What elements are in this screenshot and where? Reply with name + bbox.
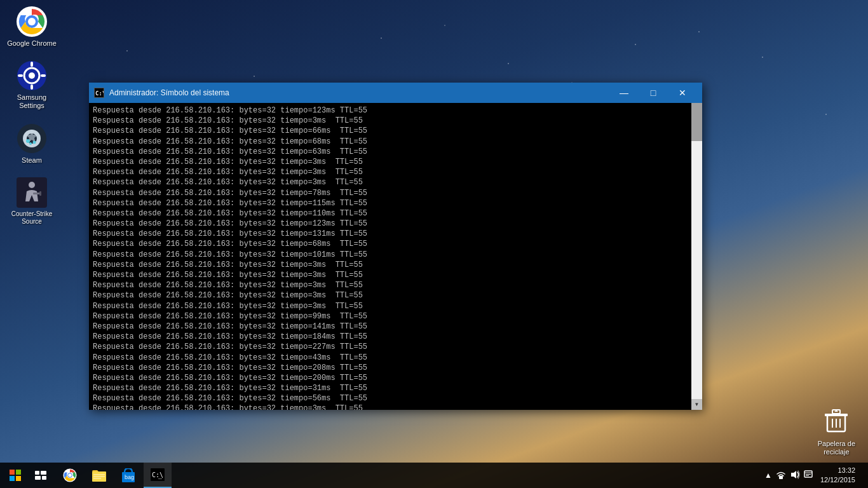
taskbar-cmd[interactable]: C:\ _ xyxy=(144,463,172,488)
cmd-line: Respuesta desde 216.58.210.163: bytes=32… xyxy=(93,322,688,332)
chrome-label: Google Chrome xyxy=(7,39,57,48)
network-icon[interactable] xyxy=(776,470,786,481)
cmd-line: Respuesta desde 216.58.210.163: bytes=32… xyxy=(93,363,688,373)
notification-icon[interactable] xyxy=(804,470,813,481)
scrollbar-track[interactable] xyxy=(691,114,702,410)
cmd-title-icon: C:\ xyxy=(94,88,104,98)
svg-rect-36 xyxy=(42,476,46,480)
cmd-line: Respuesta desde 216.58.210.163: bytes=32… xyxy=(93,270,688,280)
start-button[interactable] xyxy=(3,463,28,488)
svg-rect-49 xyxy=(779,476,783,479)
cmd-line: Respuesta desde 216.58.210.163: bytes=32… xyxy=(93,198,688,208)
cmd-line: Respuesta desde 216.58.210.163: bytes=32… xyxy=(93,353,688,363)
taskbar-explorer[interactable] xyxy=(85,463,113,488)
taskbar-clock[interactable]: 13:32 12/12/2015 xyxy=(815,466,860,485)
svg-text:bag: bag xyxy=(125,474,134,480)
cmd-line: Respuesta desde 216.58.210.163: bytes=32… xyxy=(93,332,688,342)
cmd-line: Respuesta desde 216.58.210.163: bytes=32… xyxy=(93,373,688,383)
cmd-title-text: Administrador: Símbolo del sistema xyxy=(109,88,609,97)
samsung-settings-icon[interactable]: Samsung Settings xyxy=(6,60,57,110)
cmd-content[interactable]: Respuesta desde 216.58.210.163: bytes=32… xyxy=(89,103,691,410)
cmd-line: Respuesta desde 216.58.210.163: bytes=32… xyxy=(93,383,688,393)
time-display: 13:32 xyxy=(820,466,855,475)
show-hidden-icons[interactable]: ▲ xyxy=(764,471,772,480)
cmd-window: C:\ Administrador: Símbolo del sistema —… xyxy=(89,83,702,410)
recycle-bin-label: Papelera de reciclaje xyxy=(818,440,855,456)
cmd-line: Respuesta desde 216.58.210.163: bytes=32… xyxy=(93,403,688,410)
taskbar-store[interactable]: bag xyxy=(114,463,142,488)
taskbar-chrome[interactable] xyxy=(56,463,84,488)
svg-rect-29 xyxy=(10,470,15,475)
steam-icon[interactable]: Steam xyxy=(6,123,57,165)
svg-rect-10 xyxy=(41,74,46,77)
cmd-line: Respuesta desde 216.58.210.163: bytes=32… xyxy=(93,157,688,167)
svg-rect-7 xyxy=(31,62,33,67)
svg-point-3 xyxy=(28,18,36,25)
cmd-line: Respuesta desde 216.58.210.163: bytes=32… xyxy=(93,219,688,229)
cmd-line: Respuesta desde 216.58.210.163: bytes=32… xyxy=(93,393,688,403)
minimize-button[interactable]: — xyxy=(609,83,639,103)
task-view-button[interactable] xyxy=(28,463,53,488)
svg-point-18 xyxy=(29,182,35,188)
close-button[interactable]: ✕ xyxy=(668,83,697,103)
cmd-line: Respuesta desde 216.58.210.163: bytes=32… xyxy=(93,116,688,126)
svg-rect-54 xyxy=(806,475,809,476)
volume-icon[interactable] xyxy=(790,470,800,481)
svg-rect-30 xyxy=(16,470,21,475)
taskbar-system-icons: ▲ xyxy=(764,470,813,481)
cmd-line: Respuesta desde 216.58.210.163: bytes=32… xyxy=(93,188,688,198)
cmd-line: Respuesta desde 216.58.210.163: bytes=32… xyxy=(93,208,688,219)
svg-text:_: _ xyxy=(158,471,163,479)
taskbar: bag C:\ _ ▲ xyxy=(0,463,868,488)
desktop-icons: Google Chrome Samsung Settings xyxy=(0,0,64,232)
svg-rect-35 xyxy=(35,476,41,480)
cmd-scrollbar[interactable]: ▲ ▼ xyxy=(691,103,702,410)
svg-rect-32 xyxy=(16,476,21,481)
svg-rect-20 xyxy=(39,191,41,196)
scroll-down-arrow[interactable]: ▼ xyxy=(691,399,702,410)
cmd-line: Respuesta desde 216.58.210.163: bytes=32… xyxy=(93,260,688,270)
counter-strike-icon[interactable]: Counter-Strike Source xyxy=(6,177,57,226)
cmd-body: Respuesta desde 216.58.210.163: bytes=32… xyxy=(89,103,702,410)
maximize-button[interactable]: □ xyxy=(639,83,668,103)
cmd-line: Respuesta desde 216.58.210.163: bytes=32… xyxy=(93,342,688,352)
cmd-line: Respuesta desde 216.58.210.163: bytes=32… xyxy=(93,250,688,260)
svg-rect-9 xyxy=(18,74,23,77)
cmd-line: Respuesta desde 216.58.210.163: bytes=32… xyxy=(93,177,688,187)
cmd-line: Respuesta desde 216.58.210.163: bytes=32… xyxy=(93,290,688,301)
svg-rect-33 xyxy=(35,471,39,475)
window-controls: — □ ✕ xyxy=(609,83,697,103)
cmd-line: Respuesta desde 216.58.210.163: bytes=32… xyxy=(93,301,688,311)
cmd-line: Respuesta desde 216.58.210.163: bytes=32… xyxy=(93,167,688,177)
counter-strike-label: Counter-Strike Source xyxy=(6,210,57,226)
google-chrome-icon[interactable]: Google Chrome xyxy=(6,6,57,48)
recycle-bin-icon[interactable]: Papelera de reciclaje xyxy=(818,406,855,456)
svg-rect-43 xyxy=(93,478,101,479)
cmd-line: Respuesta desde 216.58.210.163: bytes=32… xyxy=(93,229,688,239)
cmd-line: Respuesta desde 216.58.210.163: bytes=32… xyxy=(93,280,688,290)
taskbar-apps: bag C:\ _ xyxy=(56,463,764,488)
steam-label: Steam xyxy=(22,156,42,165)
svg-point-14 xyxy=(26,139,30,143)
svg-point-6 xyxy=(29,72,35,79)
samsung-label: Samsung Settings xyxy=(6,93,57,110)
svg-rect-31 xyxy=(10,476,15,481)
cmd-line: Respuesta desde 216.58.210.163: bytes=32… xyxy=(93,147,688,157)
cmd-line: Respuesta desde 216.58.210.163: bytes=32… xyxy=(93,311,688,322)
svg-rect-41 xyxy=(93,474,105,475)
svg-rect-53 xyxy=(806,474,811,475)
desktop: Google Chrome Samsung Settings xyxy=(0,0,868,488)
svg-rect-8 xyxy=(31,85,33,90)
svg-rect-42 xyxy=(93,476,105,477)
scrollbar-thumb[interactable] xyxy=(691,103,702,141)
svg-point-39 xyxy=(68,473,72,477)
cmd-line: Respuesta desde 216.58.210.163: bytes=32… xyxy=(93,137,688,147)
cmd-titlebar: C:\ Administrador: Símbolo del sistema —… xyxy=(89,83,702,103)
date-display: 12/12/2015 xyxy=(820,475,855,485)
svg-point-15 xyxy=(33,140,36,144)
svg-point-16 xyxy=(29,142,32,145)
taskbar-right: ▲ xyxy=(764,466,865,485)
cmd-line: Respuesta desde 216.58.210.163: bytes=32… xyxy=(93,105,688,116)
cmd-line: Respuesta desde 216.58.210.163: bytes=32… xyxy=(93,126,688,136)
svg-rect-34 xyxy=(41,471,46,475)
